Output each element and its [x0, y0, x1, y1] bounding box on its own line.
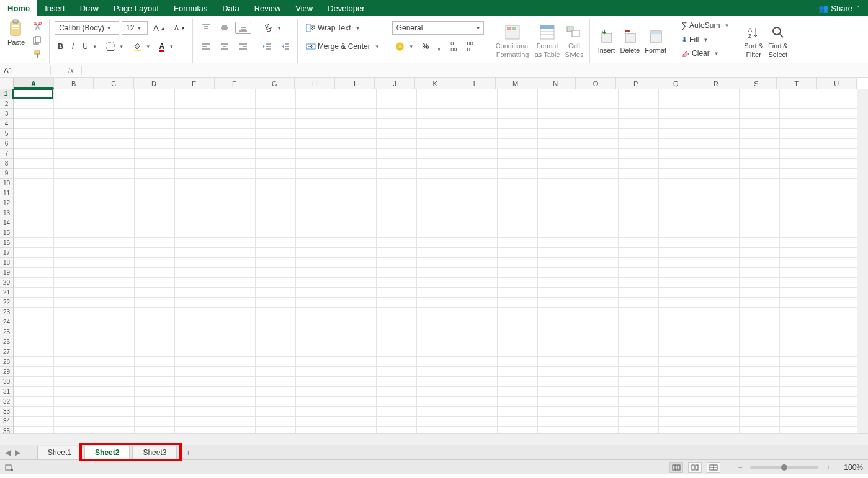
zoom-out-button[interactable]: − — [735, 463, 745, 472]
col-header-K[interactable]: K — [415, 78, 455, 89]
col-header-R[interactable]: R — [696, 78, 736, 89]
row-header-23[interactable]: 23 — [0, 308, 13, 317]
percent-button[interactable]: % — [419, 40, 432, 53]
row-header-22[interactable]: 22 — [0, 298, 13, 308]
col-header-J[interactable]: J — [375, 78, 415, 89]
find-select-button[interactable]: Find &Select — [766, 22, 790, 60]
menu-tab-page-layout[interactable]: Page Layout — [106, 0, 166, 16]
fill-color-button[interactable]: ▼ — [130, 40, 154, 53]
row-header-27[interactable]: 27 — [0, 347, 13, 357]
col-header-S[interactable]: S — [736, 78, 777, 89]
col-header-P[interactable]: P — [616, 78, 656, 89]
row-header-15[interactable]: 15 — [0, 228, 13, 238]
row-header-6[interactable]: 6 — [0, 139, 13, 149]
align-right-button[interactable] — [235, 40, 251, 53]
row-header-20[interactable]: 20 — [0, 278, 13, 288]
row-header-21[interactable]: 21 — [0, 288, 13, 298]
col-header-A[interactable]: A — [14, 78, 54, 89]
align-center-button[interactable] — [217, 40, 233, 53]
sheet-tab-sheet1[interactable]: Sheet1 — [37, 446, 82, 459]
wrap-text-button[interactable]: Wrap Text▼ — [303, 22, 364, 34]
bold-button[interactable]: B — [55, 40, 66, 53]
format-painter-button[interactable] — [30, 48, 45, 61]
format-cells-button[interactable]: Format — [642, 27, 669, 55]
row-header-30[interactable]: 30 — [0, 377, 13, 387]
increase-indent-button[interactable] — [277, 40, 293, 53]
menu-tab-home[interactable]: Home — [0, 0, 37, 16]
row-header-9[interactable]: 9 — [0, 169, 13, 179]
col-header-D[interactable]: D — [134, 78, 174, 89]
row-header-24[interactable]: 24 — [0, 317, 13, 327]
font-color-button[interactable]: A▼ — [156, 40, 177, 53]
col-header-Q[interactable]: Q — [656, 78, 697, 89]
row-header-14[interactable]: 14 — [0, 218, 13, 228]
sheet-tab-sheet3[interactable]: Sheet3 — [132, 446, 177, 459]
col-header-U[interactable]: U — [817, 78, 857, 89]
col-header-I[interactable]: I — [335, 78, 375, 89]
increase-decimal-button[interactable]: .0.00 — [446, 38, 460, 55]
orientation-button[interactable]: ab▼ — [261, 22, 285, 34]
zoom-slider[interactable] — [750, 466, 818, 469]
font-name-select[interactable]: Calibri (Body)▼ — [55, 21, 119, 35]
page-layout-view-button[interactable] — [688, 462, 702, 473]
fill-button[interactable]: ⬇Fill▼ — [678, 33, 732, 46]
zoom-value[interactable]: 100% — [838, 463, 863, 472]
cut-button[interactable]: ✂️ — [30, 20, 45, 32]
normal-view-button[interactable] — [669, 462, 683, 473]
spreadsheet-grid[interactable]: ABCDEFGHIJKLMNOPQRSTU 123456789101112131… — [0, 78, 868, 445]
row-header-5[interactable]: 5 — [0, 129, 13, 139]
col-header-E[interactable]: E — [174, 78, 215, 89]
menu-tab-review[interactable]: Review — [247, 0, 289, 16]
menu-tab-insert[interactable]: Insert — [37, 0, 73, 16]
col-header-L[interactable]: L — [455, 78, 496, 89]
tab-nav-prev[interactable]: ◀ — [2, 448, 12, 458]
row-header-7[interactable]: 7 — [0, 149, 13, 159]
align-bottom-button[interactable] — [235, 22, 251, 34]
border-button[interactable]: ▼ — [103, 40, 127, 53]
col-header-G[interactable]: G — [254, 78, 295, 89]
select-all-corner[interactable] — [0, 78, 14, 89]
number-format-select[interactable]: General▼ — [392, 21, 484, 35]
align-left-button[interactable] — [198, 40, 214, 53]
copy-button[interactable] — [30, 34, 45, 46]
row-header-1[interactable]: 1 — [0, 89, 13, 99]
merge-button[interactable]: Merge & Center▼ — [303, 40, 383, 53]
row-header-19[interactable]: 19 — [0, 268, 13, 278]
row-header-4[interactable]: 4 — [0, 119, 13, 129]
row-header-3[interactable]: 3 — [0, 109, 13, 119]
row-header-13[interactable]: 13 — [0, 208, 13, 218]
col-header-C[interactable]: C — [94, 78, 134, 89]
row-header-25[interactable]: 25 — [0, 327, 13, 337]
new-sheet-button[interactable]: + — [183, 448, 193, 458]
menu-tab-view[interactable]: View — [288, 0, 320, 16]
col-header-T[interactable]: T — [777, 78, 817, 89]
col-header-O[interactable]: O — [576, 78, 616, 89]
row-header-17[interactable]: 17 — [0, 248, 13, 258]
comma-button[interactable]: , — [434, 39, 443, 54]
conditional-formatting-button[interactable]: ConditionalFormatting — [493, 22, 532, 60]
decrease-font-button[interactable]: A▼ — [171, 22, 189, 33]
col-header-M[interactable]: M — [496, 78, 536, 89]
row-header-2[interactable]: 2 — [0, 99, 13, 109]
menu-tab-draw[interactable]: Draw — [73, 0, 106, 16]
paste-button[interactable]: Paste — [5, 19, 27, 61]
macro-record-icon[interactable] — [5, 463, 14, 472]
row-header-18[interactable]: 18 — [0, 258, 13, 268]
font-size-select[interactable]: 12▼ — [122, 21, 148, 35]
row-header-33[interactable]: 33 — [0, 407, 13, 417]
delete-cells-button[interactable]: Delete — [617, 27, 642, 55]
row-header-28[interactable]: 28 — [0, 357, 13, 367]
cell-area[interactable] — [14, 89, 857, 433]
col-header-H[interactable]: H — [295, 78, 335, 89]
row-header-34[interactable]: 34 — [0, 417, 13, 427]
share-button[interactable]: 👥 Share ⌃ — [811, 0, 868, 16]
name-box[interactable]: A1 — [0, 66, 51, 75]
clear-button[interactable]: Clear▼ — [678, 47, 732, 60]
row-header-31[interactable]: 31 — [0, 387, 13, 397]
italic-button[interactable]: I — [69, 40, 77, 53]
sheet-tab-sheet2[interactable]: Sheet2 — [84, 446, 130, 459]
column-headers[interactable]: ABCDEFGHIJKLMNOPQRSTU — [14, 78, 857, 89]
col-header-B[interactable]: B — [54, 78, 94, 89]
row-header-10[interactable]: 10 — [0, 179, 13, 188]
fx-icon[interactable]: fx — [65, 66, 78, 75]
